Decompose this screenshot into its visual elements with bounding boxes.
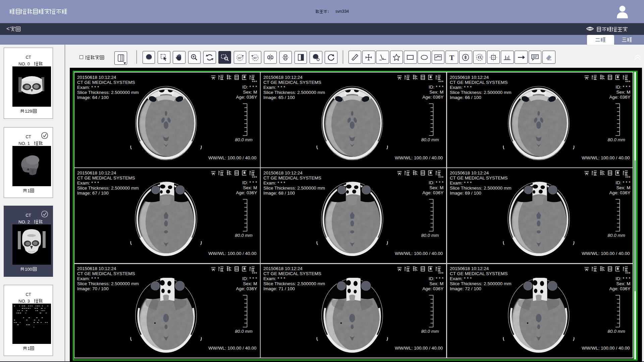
- svg-text:T: T: [449, 54, 454, 62]
- svg-text:90°: 90°: [238, 56, 242, 60]
- svg-text:90°: 90°: [253, 56, 258, 60]
